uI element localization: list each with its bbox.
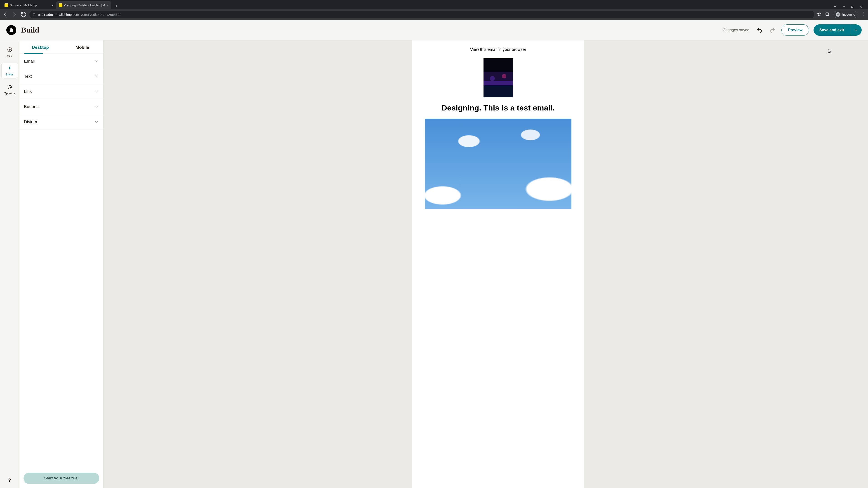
section-link[interactable]: Link xyxy=(20,84,103,99)
undo-button[interactable] xyxy=(755,26,764,34)
reload-button[interactable] xyxy=(20,11,27,18)
tab-mobile[interactable]: Mobile xyxy=(61,40,103,54)
section-text[interactable]: Text xyxy=(20,69,103,84)
redo-button[interactable] xyxy=(768,26,777,34)
editor-canvas: View this email in your browser Designin… xyxy=(103,40,868,488)
email-body-image[interactable] xyxy=(425,119,571,209)
styles-icon xyxy=(7,66,13,71)
section-label: Link xyxy=(24,89,32,94)
preview-label: Preview xyxy=(788,28,802,32)
rail-label: Optimize xyxy=(4,92,16,95)
email-preview[interactable]: View this email in your browser Designin… xyxy=(412,40,584,488)
mailchimp-logo[interactable] xyxy=(6,25,16,35)
chevron-down-icon xyxy=(94,104,99,109)
window-close-button[interactable] xyxy=(859,5,863,9)
start-trial-button[interactable]: Start your free trial xyxy=(24,473,99,484)
svg-point-10 xyxy=(864,14,864,14)
rail-item-styles[interactable]: Styles xyxy=(2,63,18,78)
left-rail: Add Styles Optimize ? xyxy=(0,40,20,488)
tab-label: Mobile xyxy=(75,45,89,50)
style-sections: Email Text Link Buttons xyxy=(20,54,103,468)
svg-marker-18 xyxy=(9,66,10,70)
optimize-icon xyxy=(7,84,13,90)
bookmark-star-icon[interactable] xyxy=(817,12,822,17)
svg-rect-6 xyxy=(826,13,829,15)
canvas-scroll[interactable]: View this email in your browser Designin… xyxy=(103,40,868,488)
chevron-down-icon xyxy=(94,59,99,64)
svg-point-14 xyxy=(12,30,12,30)
back-button[interactable] xyxy=(2,11,8,18)
save-and-exit-button[interactable]: Save and exit xyxy=(813,24,850,36)
new-tab-button[interactable]: ＋ xyxy=(113,3,120,9)
save-dropdown-button[interactable] xyxy=(850,24,862,36)
window-controls xyxy=(833,5,866,9)
rail-label: Styles xyxy=(6,73,13,76)
browser-tab-title: Campaign Builder - Untitled | M xyxy=(64,4,105,7)
save-status: Changes saved xyxy=(723,28,749,32)
incognito-label: Incognito xyxy=(842,13,855,16)
address-bar[interactable]: us21.admin.mailchimp.com/email/editor?id… xyxy=(29,11,814,18)
plus-circle-icon xyxy=(7,47,13,53)
help-button[interactable]: ? xyxy=(6,476,13,484)
preview-button[interactable]: Preview xyxy=(781,24,809,36)
save-label: Save and exit xyxy=(819,28,844,32)
section-label: Text xyxy=(24,74,32,79)
section-label: Divider xyxy=(24,119,37,124)
rail-item-add[interactable]: Add xyxy=(2,44,18,59)
chevron-down-icon xyxy=(94,74,99,78)
url-host: us21.admin.mailchimp.com xyxy=(38,13,79,17)
svg-point-11 xyxy=(864,15,864,15)
svg-marker-5 xyxy=(817,12,821,16)
styles-panel: Desktop Mobile Email Text xyxy=(20,40,103,488)
view-in-browser-link[interactable]: View this email in your browser xyxy=(470,47,526,52)
close-icon[interactable]: × xyxy=(51,3,53,7)
app-header: Build Changes saved Preview Save and exi… xyxy=(0,20,868,40)
mailchimp-favicon xyxy=(59,3,62,7)
incognito-icon xyxy=(836,12,840,17)
section-buttons[interactable]: Buttons xyxy=(20,99,103,114)
svg-point-7 xyxy=(837,14,838,15)
tab-desktop[interactable]: Desktop xyxy=(20,40,61,54)
tab-label: Desktop xyxy=(32,45,49,50)
lock-icon xyxy=(33,13,36,17)
svg-rect-1 xyxy=(851,6,853,7)
kebab-menu-icon[interactable] xyxy=(862,12,866,17)
svg-point-13 xyxy=(10,30,11,30)
chevron-down-icon xyxy=(94,89,99,94)
close-icon[interactable]: × xyxy=(107,3,109,7)
mailchimp-favicon xyxy=(4,3,8,7)
window-maximize-button[interactable] xyxy=(851,5,854,9)
extensions-icon[interactable] xyxy=(825,12,829,17)
browser-tab[interactable]: Campaign Builder - Untitled | M × xyxy=(56,1,112,9)
svg-rect-4 xyxy=(33,14,35,15)
page-title: Build xyxy=(21,26,39,34)
url-path: /email/editor?id=12665692 xyxy=(81,13,121,17)
cta-label: Start your free trial xyxy=(44,476,79,480)
chevron-down-icon xyxy=(94,120,99,124)
email-headline[interactable]: Designing. This is a test email. xyxy=(441,103,555,112)
tabs-dropdown-icon[interactable] xyxy=(833,5,837,9)
section-label: Buttons xyxy=(24,104,38,109)
svg-point-8 xyxy=(838,14,839,15)
section-label: Email xyxy=(24,59,35,64)
browser-toolbar: us21.admin.mailchimp.com/email/editor?id… xyxy=(0,9,868,20)
window-minimize-button[interactable] xyxy=(842,5,845,9)
section-email[interactable]: Email xyxy=(20,54,103,69)
rail-label: Add xyxy=(7,54,12,57)
forward-button[interactable] xyxy=(11,11,18,18)
browser-tab[interactable]: Success | Mailchimp × xyxy=(2,1,56,9)
help-label: ? xyxy=(8,478,11,483)
viewport-tabs: Desktop Mobile xyxy=(20,40,103,54)
incognito-indicator[interactable]: Incognito xyxy=(833,11,858,18)
svg-point-9 xyxy=(864,12,864,13)
view-in-browser-label: View this email in your browser xyxy=(470,47,526,52)
email-hero-image[interactable] xyxy=(484,58,513,97)
browser-tab-title: Success | Mailchimp xyxy=(10,4,50,7)
browser-tab-strip: Success | Mailchimp × Campaign Builder -… xyxy=(0,0,868,9)
rail-item-optimize[interactable]: Optimize xyxy=(2,82,18,97)
section-divider[interactable]: Divider xyxy=(20,114,103,129)
